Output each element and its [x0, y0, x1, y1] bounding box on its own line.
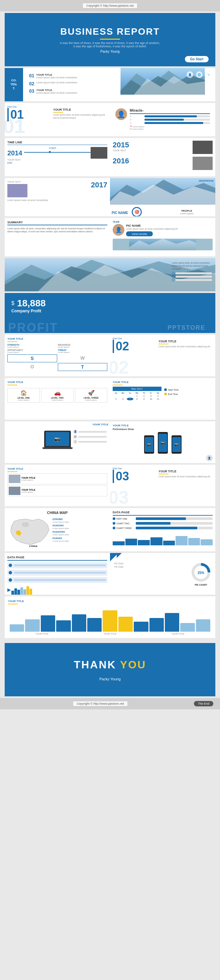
- mountain-icons: 👤 🌐 ▽: [186, 72, 212, 78]
- slide-china-map: CHINA MAP CHINA DONGBEI Lorem ipsum dolo…: [5, 508, 110, 551]
- slide-timeline: TIME LINE 2014 START YOUR TEXT END: [5, 138, 110, 177]
- row-china-data: CHINA MAP CHINA DONGBEI Lorem ipsum dolo…: [5, 508, 215, 551]
- end-button[interactable]: The End: [194, 701, 213, 706]
- summary-desc: Lorem ipsum dolor sit amet, consectetur …: [7, 227, 107, 233]
- datapage-divider: [113, 515, 213, 515]
- svg-text:CHINA: CHINA: [29, 545, 38, 548]
- level-one: 🏠 LEVEL ONE Lorem ipsum: [7, 388, 40, 402]
- calendar-month: Mar 2017: [113, 387, 162, 391]
- slide-profit: $ 18,888 Company Profit PROFIT PPTSTORE: [5, 293, 215, 333]
- swot-s: S: [7, 354, 57, 362]
- team-avatar: 👤: [113, 224, 124, 235]
- bar-chart-labels: YOUR TITLE YOUR TITLE YOUR TITLE: [8, 633, 212, 635]
- avatar: 👤: [116, 108, 127, 120]
- profile-icon: 👤: [206, 455, 213, 461]
- huadong-label: HUADONG: [53, 524, 107, 527]
- team-desc: Lorem ipsum dolor sit amet consectetur a…: [126, 228, 178, 230]
- threat-label: THREAT: [58, 349, 107, 352]
- part-desc: Lorem ipsum dolor sit amet consectetur a…: [53, 113, 107, 119]
- team-pic-name: PIC NAME: [126, 224, 178, 228]
- end-time-label: End Time: [168, 393, 178, 395]
- pic-name-1: PIC NAME: [113, 94, 133, 99]
- mini-bar-chart: [113, 532, 213, 545]
- china-map-svg: CHINA: [7, 516, 51, 548]
- profit-label: Company Profit: [11, 309, 209, 313]
- row-2017-mountain: YOUR TEXT 2017 Lorem ipsum dolor sit ame…: [5, 178, 215, 216]
- level-three: 🚀 LEVEL THREE Lorem ipsum: [75, 388, 107, 402]
- profile-divider: [130, 113, 210, 114]
- datapage2-title: DATA PAGE: [7, 556, 107, 559]
- row-timeline: TIME LINE 2014 START YOUR TEXT END 2015 …: [5, 138, 215, 177]
- nested-item-1: YOUR TITLE Lorem ipsum: [7, 473, 107, 484]
- slide-part-one: Part One 01 YOUR TITLE Lorem ipsum dolor…: [5, 103, 110, 136]
- row-levels-calendar: YOUR TITLE 🏠 LEVEL ONE Lorem ipsum 🚗 LEV…: [5, 378, 215, 420]
- team-label: TEAM: [113, 221, 213, 223]
- strength-label: STRENGTH: [7, 344, 57, 346]
- years-your-text: YOUR TEXT: [113, 150, 129, 152]
- data-bar-2: CHART TWO: [113, 522, 213, 525]
- slide-title: BUSINESS REPORT It was the best of times…: [5, 13, 215, 66]
- person-icon: 👤: [186, 72, 193, 78]
- nested-item-2: YOUR TITLE Lorem ipsum: [7, 485, 107, 496]
- datapage-title: DATA PAGE: [113, 511, 213, 514]
- slide-swot: YOUR TITLE STRENGTH Lorem ipsum WEAKNESS…: [5, 335, 110, 376]
- body-text-2017: Lorem ipsum dolor sit amet consectetur: [7, 199, 107, 201]
- yellow-divider: [100, 39, 120, 40]
- timeline-title: TIME LINE: [7, 141, 107, 145]
- year-image-1: [193, 141, 213, 154]
- contents-blue-box: CO. TEN. T.: [5, 68, 23, 101]
- laptop-base: [42, 447, 72, 449]
- content-item-2: 02 Lorem ipsum dolor sit amet consectetu…: [29, 81, 106, 86]
- part3-desc: Lorem ipsum dolor sit amet consectetur a…: [159, 475, 212, 478]
- year-2015: 2015: [113, 141, 129, 150]
- progress-row-1: ⊙: [130, 115, 210, 117]
- slide-mountain-1: 👤 🌐 ▽ PIC NAME: [110, 68, 215, 101]
- main-title: BUSINESS REPORT: [60, 26, 160, 37]
- slide-datapage: DATA PAGE PART ONE CHART TWO CHART THREE: [110, 508, 215, 551]
- bottom-bar: Copyright © http://www.pptstore.net The …: [0, 698, 220, 710]
- pie-chart-svg: 25%: [191, 562, 211, 582]
- slide-bar-chart: YOUR TITLE YOUR TITLE YOUR TITLE YOUR TI…: [5, 597, 215, 638]
- author-name: Packy Young: [100, 50, 120, 53]
- corner-accent-2: [117, 553, 122, 558]
- swot-title: YOUR TITLE: [7, 337, 107, 340]
- level-one-icon: 🏠: [9, 390, 38, 396]
- part3-title: YOUR TITLE: [159, 470, 212, 473]
- globe-icon: 🌐: [196, 72, 202, 78]
- row-contents-mountain: CO. TEN. T. 01 YOUR TITLE Lorem ipsum do…: [5, 68, 215, 101]
- spacer-before-thankyou: [5, 640, 215, 641]
- slide-mountain-graphic: GRAPHPAGE 🎯 PEOPLE Lorem ipsum PIC NAME: [110, 178, 215, 216]
- laptop-screen: 📷: [46, 432, 69, 446]
- content-item-3: 03 YOUR TITLE Lorem ipsum dolor sit amet…: [29, 89, 106, 94]
- pptstore-watermark: PPTSTORE: [167, 325, 205, 331]
- slide-part2: Part One 02 YOUR TITLE Lorem ipsum dolor…: [110, 335, 215, 376]
- filter-icon: ▽: [205, 72, 212, 78]
- part-title: YOUR TITLE: [53, 108, 107, 111]
- phones-title: YOUR TITLE: [113, 424, 213, 427]
- pic-name-2: PIC NAME: [112, 211, 128, 215]
- row-devices: YOUR TITLE 📷 👤 ▷ ↑: [5, 422, 215, 463]
- swot-o: O: [7, 363, 57, 371]
- content-items-list: 01 YOUR TITLE Lorem ipsum dolor sit amet…: [27, 71, 107, 99]
- profit-watermark: PROFIT: [8, 321, 58, 333]
- timeline-your-text: YOUR TEXT: [7, 159, 107, 161]
- slide-datapage2: DATA PAGE ▶: [5, 553, 110, 595]
- level-two-icon: 🚗: [43, 390, 72, 396]
- slide-phones: YOUR TITLE Performance Show 📷 📷 📷 👤: [110, 422, 215, 463]
- progress-row-3: ⊙: [130, 122, 210, 124]
- year-2014: 2014: [7, 150, 22, 157]
- year-2017: 2017: [91, 181, 107, 189]
- bottom-watermark-text: Copyright © http://www.pptstore.net: [73, 701, 128, 706]
- level-two: 🚗 LEVEL TWO Lorem ipsum: [41, 388, 74, 402]
- slide-years: 2015 YOUR TEXT 2016: [110, 138, 215, 177]
- row-swot-part2: YOUR TITLE STRENGTH Lorem ipsum WEAKNESS…: [5, 335, 215, 376]
- levels-title: YOUR TITLE: [7, 381, 107, 383]
- graphpage-label: GRAPHPAGE: [199, 180, 214, 182]
- go-start-button[interactable]: Go Start: [185, 56, 209, 62]
- slide-profile: 👤 Miracle- ⊙ ⊙ ⊙ 📍 Lorem ipsum: [110, 103, 215, 136]
- slide-piechart: Pie Chart Pie Chart 25% PIE CHART: [110, 553, 215, 595]
- slide-nested: YOUR TITLE YOUR TITLE Lorem ipsum YOUR T…: [5, 465, 110, 506]
- level-three-icon: 🚀: [77, 390, 106, 396]
- start-time-label: Start Time: [168, 389, 179, 391]
- part-bg-number: 01: [5, 116, 26, 136]
